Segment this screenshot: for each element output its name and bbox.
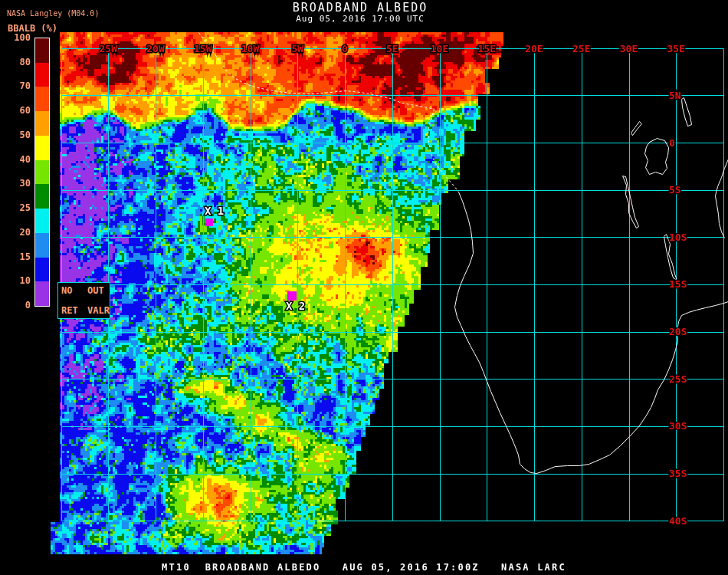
colorbar-tick-label: 80 xyxy=(0,58,31,67)
colorbar-tick-label: 100 xyxy=(0,33,31,42)
legend-ret-label: RET xyxy=(61,306,87,315)
colorbar xyxy=(34,38,50,307)
legend-no-label: NO xyxy=(61,286,87,295)
colorbar-tick-label: 25 xyxy=(0,203,31,212)
colorbar-segment xyxy=(35,136,49,160)
colorbar-segment xyxy=(35,233,49,258)
colorbar-segment xyxy=(35,281,49,306)
page-title: BROADBAND ALBEDO xyxy=(0,1,720,15)
colorbar-tick-label: 30 xyxy=(0,179,31,188)
colorbar-tick-label: 20 xyxy=(0,228,31,237)
albedo-product-page: NASA Langley (M04.0) BROADBAND ALBEDO Au… xyxy=(0,0,728,575)
colorbar-segment xyxy=(35,258,49,282)
colorbar-tick-label: 15 xyxy=(0,252,31,261)
colorbar-segment xyxy=(35,63,49,87)
colorbar-tick-label: 10 xyxy=(0,276,31,285)
colorbar-ticks: 100807060504030252015100 xyxy=(0,0,31,322)
colorbar-segment xyxy=(35,38,49,63)
legend-out-label: OUT xyxy=(87,286,110,295)
colorbar-segment xyxy=(35,111,49,136)
retrieval-legend: NO OUT RET VALR xyxy=(57,282,110,319)
colorbar-segment xyxy=(35,184,49,209)
page-subtitle: Aug 05, 2016 17:00 UTC xyxy=(0,14,720,24)
colorbar-tick-label: 70 xyxy=(0,81,31,90)
colorbar-segment xyxy=(35,160,49,185)
footer-caption: MT10 BROADBAND ALBEDO AUG 05, 2016 17:00… xyxy=(0,562,728,573)
colorbar-tick-label: 40 xyxy=(0,155,31,164)
colorbar-segment xyxy=(35,87,49,111)
colorbar-tick-label: 0 xyxy=(0,301,31,310)
colorbar-tick-label: 60 xyxy=(0,106,31,115)
colorbar-tick-label: 50 xyxy=(0,130,31,140)
colorbar-segment xyxy=(35,209,49,233)
legend-valr-label: VALR xyxy=(87,306,110,315)
